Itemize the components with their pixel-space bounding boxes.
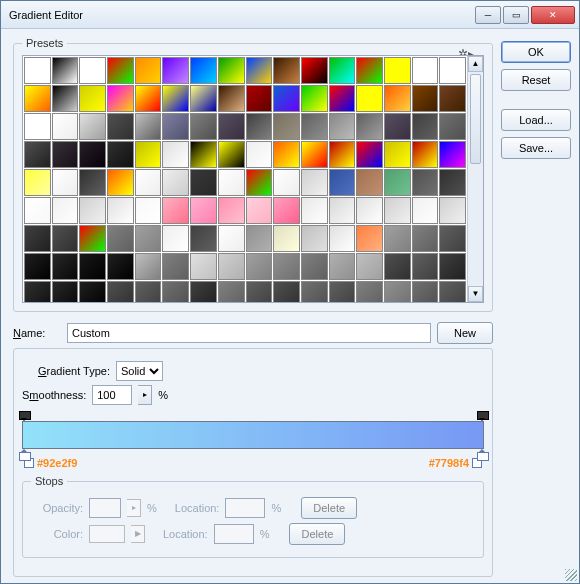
preset-swatch[interactable]	[107, 281, 134, 303]
preset-swatch[interactable]	[301, 197, 328, 224]
preset-swatch[interactable]	[301, 281, 328, 303]
preset-swatch[interactable]	[107, 225, 134, 252]
preset-swatch[interactable]	[356, 141, 383, 168]
preset-swatch[interactable]	[439, 113, 466, 140]
load-button[interactable]: Load...	[501, 109, 571, 131]
preset-swatch[interactable]	[218, 169, 245, 196]
preset-swatch[interactable]	[135, 197, 162, 224]
preset-swatch[interactable]	[107, 85, 134, 112]
preset-swatch[interactable]	[301, 253, 328, 280]
preset-swatch[interactable]	[273, 253, 300, 280]
preset-swatch[interactable]	[107, 169, 134, 196]
preset-swatch[interactable]	[218, 253, 245, 280]
preset-swatch[interactable]	[190, 141, 217, 168]
preset-swatch[interactable]	[412, 253, 439, 280]
preset-swatch[interactable]	[24, 57, 51, 84]
preset-swatch[interactable]	[246, 197, 273, 224]
preset-swatch[interactable]	[384, 85, 411, 112]
preset-swatch[interactable]	[79, 57, 106, 84]
preset-swatch[interactable]	[329, 113, 356, 140]
preset-swatch[interactable]	[190, 57, 217, 84]
preset-swatch[interactable]	[190, 281, 217, 303]
preset-swatch[interactable]	[52, 253, 79, 280]
preset-swatch[interactable]	[190, 169, 217, 196]
preset-swatch[interactable]	[24, 281, 51, 303]
preset-swatch[interactable]	[301, 113, 328, 140]
preset-swatch[interactable]	[162, 281, 189, 303]
preset-swatch[interactable]	[190, 197, 217, 224]
preset-swatch[interactable]	[24, 225, 51, 252]
preset-swatch[interactable]	[162, 141, 189, 168]
preset-swatch[interactable]	[52, 225, 79, 252]
preset-swatch[interactable]	[384, 57, 411, 84]
preset-swatch[interactable]	[356, 113, 383, 140]
preset-swatch[interactable]	[273, 281, 300, 303]
preset-swatch[interactable]	[135, 225, 162, 252]
new-button[interactable]: New	[437, 322, 493, 344]
preset-swatch[interactable]	[329, 197, 356, 224]
color-stop-left[interactable]	[19, 449, 29, 459]
preset-swatch[interactable]	[329, 281, 356, 303]
preset-swatch[interactable]	[301, 57, 328, 84]
preset-swatch[interactable]	[301, 141, 328, 168]
resize-grip[interactable]	[565, 569, 577, 581]
scroll-thumb[interactable]	[470, 74, 481, 164]
preset-swatch[interactable]	[162, 113, 189, 140]
opacity-stop-right[interactable]	[477, 411, 487, 421]
preset-swatch[interactable]	[79, 253, 106, 280]
preset-swatch[interactable]	[162, 253, 189, 280]
preset-swatch[interactable]	[79, 85, 106, 112]
preset-swatch[interactable]	[301, 225, 328, 252]
preset-swatch[interactable]	[162, 197, 189, 224]
preset-swatch[interactable]	[24, 85, 51, 112]
preset-swatch[interactable]	[218, 141, 245, 168]
ok-button[interactable]: OK	[501, 41, 571, 63]
preset-swatch[interactable]	[218, 85, 245, 112]
preset-swatch[interactable]	[356, 57, 383, 84]
preset-swatch[interactable]	[329, 141, 356, 168]
preset-swatch[interactable]	[246, 253, 273, 280]
preset-swatch[interactable]	[412, 113, 439, 140]
preset-swatch[interactable]	[439, 281, 466, 303]
preset-swatch[interactable]	[162, 169, 189, 196]
preset-swatch[interactable]	[190, 85, 217, 112]
preset-swatch[interactable]	[162, 85, 189, 112]
gradient-preview-bar[interactable]	[22, 421, 484, 449]
preset-swatch[interactable]	[246, 169, 273, 196]
close-button[interactable]: ✕	[531, 6, 575, 24]
scroll-track[interactable]	[468, 72, 483, 286]
save-button[interactable]: Save...	[501, 137, 571, 159]
preset-swatch[interactable]	[356, 225, 383, 252]
preset-swatch[interactable]	[329, 253, 356, 280]
preset-swatch[interactable]	[24, 169, 51, 196]
preset-swatch[interactable]	[329, 85, 356, 112]
preset-swatch[interactable]	[273, 57, 300, 84]
preset-swatch[interactable]	[52, 57, 79, 84]
preset-swatch[interactable]	[79, 141, 106, 168]
preset-swatch[interactable]	[356, 85, 383, 112]
preset-swatch[interactable]	[412, 169, 439, 196]
preset-swatch[interactable]	[107, 141, 134, 168]
preset-swatch[interactable]	[52, 113, 79, 140]
preset-swatch[interactable]	[246, 281, 273, 303]
preset-swatch[interactable]	[301, 85, 328, 112]
preset-swatch[interactable]	[52, 141, 79, 168]
preset-swatch[interactable]	[412, 197, 439, 224]
preset-swatch[interactable]	[52, 281, 79, 303]
preset-swatch[interactable]	[384, 197, 411, 224]
preset-swatch[interactable]	[24, 113, 51, 140]
preset-swatch[interactable]	[24, 141, 51, 168]
preset-swatch[interactable]	[301, 169, 328, 196]
preset-swatch[interactable]	[79, 225, 106, 252]
preset-swatch[interactable]	[439, 85, 466, 112]
name-input[interactable]	[67, 323, 431, 343]
preset-swatch[interactable]	[52, 197, 79, 224]
preset-swatch[interactable]	[273, 85, 300, 112]
preset-swatch[interactable]	[329, 57, 356, 84]
minimize-button[interactable]: ─	[475, 6, 501, 24]
preset-swatch[interactable]	[273, 197, 300, 224]
preset-swatch[interactable]	[79, 113, 106, 140]
preset-swatch[interactable]	[162, 57, 189, 84]
preset-swatch[interactable]	[24, 197, 51, 224]
preset-swatch[interactable]	[384, 253, 411, 280]
